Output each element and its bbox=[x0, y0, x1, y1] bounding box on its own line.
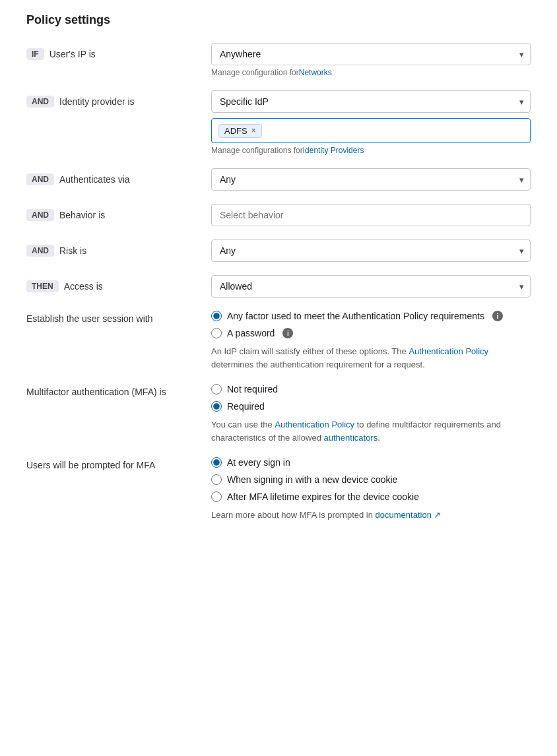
if-badge: IF bbox=[26, 48, 44, 60]
and-behavior-row: AND Behavior is bbox=[26, 204, 531, 226]
mfa-label: Multifactor authentication (MFA) is bbox=[26, 387, 166, 397]
behavior-label: Behavior is bbox=[59, 210, 105, 220]
any-factor-radio[interactable] bbox=[211, 311, 222, 321]
mfa-prompt-description: Learn more about how MFA is prompted in … bbox=[211, 509, 531, 522]
mfa-desc-text: You can use the bbox=[211, 420, 275, 429]
and-auth-badge: AND bbox=[26, 173, 54, 185]
behavior-input[interactable] bbox=[211, 204, 531, 226]
required-radio[interactable] bbox=[211, 401, 222, 412]
and-auth-row: AND Authenticates via Any Password Biome… bbox=[26, 168, 531, 191]
not-required-option[interactable]: Not required bbox=[211, 384, 531, 394]
user-ip-select-wrapper[interactable]: Anywhere Specific IP Not Anywhere bbox=[211, 43, 531, 65]
password-option[interactable]: A password i bbox=[211, 328, 531, 338]
adfs-tag: ADFS × bbox=[218, 124, 262, 138]
establish-session-description: An IdP claim will satisfy either of thes… bbox=[211, 345, 531, 371]
every-sign-in-radio[interactable] bbox=[211, 457, 222, 468]
and-idp-row: AND Identity provider is Specific IdP An… bbox=[26, 90, 531, 155]
lifetime-expires-option[interactable]: After MFA lifetime expires for the devic… bbox=[211, 491, 531, 502]
auth-via-label: Authenticates via bbox=[59, 174, 130, 185]
not-required-radio[interactable] bbox=[211, 384, 222, 394]
networks-link[interactable]: Networks bbox=[299, 68, 332, 77]
establish-session-desc-suffix: determines the authentication requiremen… bbox=[211, 360, 425, 369]
then-access-label-col: THEN Access is bbox=[26, 275, 211, 292]
mfa-row: Multifactor authentication (MFA) is Not … bbox=[26, 384, 531, 444]
required-label: Required bbox=[227, 401, 265, 412]
user-ip-help: Manage configuration forNetworks bbox=[211, 68, 531, 77]
risk-control: Any Low Medium High bbox=[211, 239, 531, 262]
risk-select[interactable]: Any Low Medium High bbox=[211, 239, 531, 262]
establish-session-desc-text: An IdP claim will satisfy either of thes… bbox=[211, 346, 409, 356]
and-behavior-badge: AND bbox=[26, 209, 54, 221]
and-risk-badge: AND bbox=[26, 245, 54, 257]
mfa-control: Not required Required You can use the Au… bbox=[211, 384, 531, 444]
idp-control: Specific IdP Any ADFS × Manage configura… bbox=[211, 90, 531, 155]
if-user-ip-row: IF User's IP is Anywhere Specific IP Not… bbox=[26, 43, 531, 77]
then-access-row: THEN Access is Allowed Denied Challenged bbox=[26, 275, 531, 298]
idp-select[interactable]: Specific IdP Any bbox=[211, 90, 531, 113]
every-sign-in-label: At every sign in bbox=[227, 457, 290, 468]
and-behavior-label-col: AND Behavior is bbox=[26, 204, 211, 221]
new-device-label: When signing in with a new device cookie bbox=[227, 474, 397, 485]
user-ip-label: User's IP is bbox=[49, 49, 96, 59]
any-factor-option[interactable]: Any factor used to meet the Authenticati… bbox=[211, 311, 531, 321]
new-device-option[interactable]: When signing in with a new device cookie bbox=[211, 474, 531, 485]
access-label: Access is bbox=[64, 281, 103, 292]
idp-select-wrapper[interactable]: Specific IdP Any bbox=[211, 90, 531, 113]
mfa-desc-end: . bbox=[377, 433, 380, 443]
idp-help: Manage configurations forIdentity Provid… bbox=[211, 146, 531, 155]
password-radio[interactable] bbox=[211, 328, 222, 338]
establish-session-label-col: Establish the user session with bbox=[26, 311, 211, 324]
any-factor-label: Any factor used to meet the Authenticati… bbox=[227, 311, 484, 321]
then-badge: THEN bbox=[26, 280, 59, 292]
mfa-prompt-row: Users will be prompted for MFA At every … bbox=[26, 457, 531, 522]
any-factor-info-icon[interactable]: i bbox=[492, 311, 503, 321]
every-sign-in-option[interactable]: At every sign in bbox=[211, 457, 531, 468]
risk-select-wrapper[interactable]: Any Low Medium High bbox=[211, 239, 531, 262]
auth-via-select-wrapper[interactable]: Any Password Biometric bbox=[211, 168, 531, 191]
password-label: A password bbox=[227, 328, 275, 338]
auth-via-select[interactable]: Any Password Biometric bbox=[211, 168, 531, 191]
password-info-icon[interactable]: i bbox=[282, 328, 293, 338]
risk-label: Risk is bbox=[59, 245, 86, 256]
and-auth-label-col: AND Authenticates via bbox=[26, 168, 211, 185]
documentation-link[interactable]: documentation ↗ bbox=[376, 510, 442, 520]
and-idp-badge: AND bbox=[26, 96, 54, 108]
if-user-ip-label-col: IF User's IP is bbox=[26, 43, 211, 60]
access-select[interactable]: Allowed Denied Challenged bbox=[211, 275, 531, 298]
not-required-label: Not required bbox=[227, 384, 278, 394]
and-risk-label-col: AND Risk is bbox=[26, 239, 211, 257]
required-option[interactable]: Required bbox=[211, 401, 531, 412]
establish-session-radio-group: Any factor used to meet the Authenticati… bbox=[211, 311, 531, 338]
adfs-tag-close[interactable]: × bbox=[251, 126, 256, 135]
behavior-control bbox=[211, 204, 531, 226]
auth-policy-link-2[interactable]: Authentication Policy bbox=[275, 420, 354, 429]
lifetime-expires-radio[interactable] bbox=[211, 491, 222, 502]
access-select-wrapper[interactable]: Allowed Denied Challenged bbox=[211, 275, 531, 298]
mfa-label-col: Multifactor authentication (MFA) is bbox=[26, 384, 211, 397]
user-ip-help-text: Manage configuration for bbox=[211, 68, 299, 77]
user-ip-select[interactable]: Anywhere Specific IP Not Anywhere bbox=[211, 43, 531, 65]
mfa-prompt-radio-group: At every sign in When signing in with a … bbox=[211, 457, 531, 502]
establish-session-row: Establish the user session with Any fact… bbox=[26, 311, 531, 371]
mfa-prompt-desc-text: Learn more about how MFA is prompted in bbox=[211, 510, 376, 520]
access-control: Allowed Denied Challenged bbox=[211, 275, 531, 298]
lifetime-expires-label: After MFA lifetime expires for the devic… bbox=[227, 491, 419, 502]
new-device-radio[interactable] bbox=[211, 474, 222, 485]
auth-via-control: Any Password Biometric bbox=[211, 168, 531, 191]
mfa-description: You can use the Authentication Policy to… bbox=[211, 418, 531, 444]
establish-session-control: Any factor used to meet the Authenticati… bbox=[211, 311, 531, 371]
idp-tag-input[interactable]: ADFS × bbox=[211, 118, 531, 143]
mfa-prompt-label-col: Users will be prompted for MFA bbox=[26, 457, 211, 470]
mfa-radio-group: Not required Required bbox=[211, 384, 531, 412]
idp-help-text: Manage configurations for bbox=[211, 146, 303, 155]
authenticators-link[interactable]: authenticators bbox=[324, 433, 378, 443]
auth-policy-link-1[interactable]: Authentication Policy bbox=[409, 346, 488, 356]
mfa-prompt-label: Users will be prompted for MFA bbox=[26, 460, 155, 470]
mfa-prompt-control: At every sign in When signing in with a … bbox=[211, 457, 531, 522]
identity-providers-link[interactable]: Identity Providers bbox=[303, 146, 364, 155]
page-title: Policy settings bbox=[26, 13, 531, 27]
establish-session-label: Establish the user session with bbox=[26, 313, 152, 324]
and-idp-label-col: AND Identity provider is bbox=[26, 90, 211, 108]
adfs-tag-label: ADFS bbox=[224, 126, 247, 136]
idp-label: Identity provider is bbox=[59, 96, 135, 107]
